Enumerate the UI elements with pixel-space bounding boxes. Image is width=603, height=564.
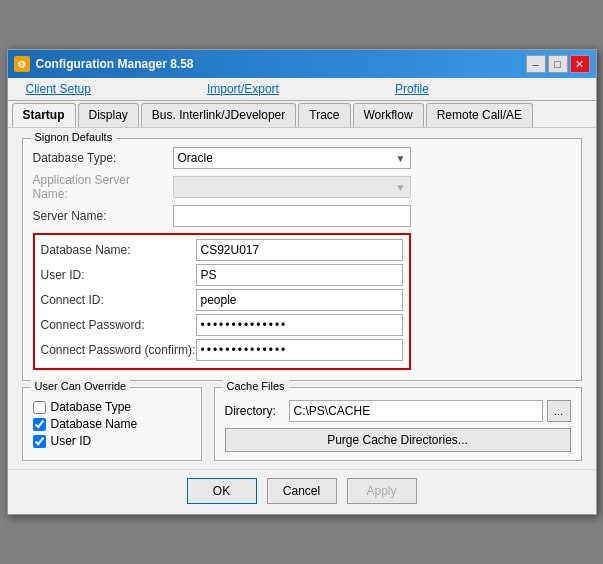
database-type-label: Database Type:	[33, 151, 173, 165]
close-button[interactable]: ✕	[570, 55, 590, 73]
user-id-input[interactable]	[196, 264, 403, 286]
app-server-row: Application Server Name: ▼	[33, 173, 411, 201]
server-name-input[interactable]	[173, 205, 411, 227]
tab-startup[interactable]: Startup	[12, 103, 76, 127]
user-override-title: User Can Override	[31, 380, 131, 392]
server-name-row: Server Name:	[33, 205, 411, 227]
connect-password-confirm-input[interactable]	[196, 339, 403, 361]
connect-password-label: Connect Password:	[41, 318, 196, 332]
override-db-name-checkbox[interactable]	[33, 418, 46, 431]
sub-tabs: Startup Display Bus. Interlink/JDevelope…	[8, 101, 596, 127]
tab-display[interactable]: Display	[78, 103, 139, 127]
database-type-arrow: ▼	[396, 153, 406, 164]
menu-tab-import-export[interactable]: Import/Export	[189, 78, 297, 100]
database-type-row: Database Type: Oracle ▼	[33, 147, 411, 169]
tab-bus-interlink[interactable]: Bus. Interlink/JDeveloper	[141, 103, 296, 127]
cache-files-section: Cache Files Directory: ... Purge Cache D…	[214, 387, 582, 461]
database-name-input[interactable]	[196, 239, 403, 261]
database-name-label: Database Name:	[41, 243, 196, 257]
user-id-label: User ID:	[41, 268, 196, 282]
override-user-id-checkbox[interactable]	[33, 435, 46, 448]
database-name-row: Database Name:	[41, 239, 403, 261]
override-user-id-row: User ID	[33, 434, 191, 448]
connect-password-confirm-row: Connect Password (confirm):	[41, 339, 403, 361]
minimize-button[interactable]: –	[526, 55, 546, 73]
connect-password-input[interactable]	[196, 314, 403, 336]
title-bar-left: ⚙ Configuration Manager 8.58	[14, 56, 194, 72]
user-id-row: User ID:	[41, 264, 403, 286]
connect-id-label: Connect ID:	[41, 293, 196, 307]
user-override-items: Database Type Database Name User ID	[33, 400, 191, 448]
cache-directory-input[interactable]	[289, 400, 543, 422]
tab-trace[interactable]: Trace	[298, 103, 350, 127]
menu-tab-profile[interactable]: Profile	[377, 78, 447, 100]
menu-tab-client-setup[interactable]: Client Setup	[8, 78, 109, 100]
cache-directory-row: Directory: ...	[225, 400, 571, 422]
signon-defaults-title: Signon Defaults	[31, 131, 117, 143]
maximize-button[interactable]: □	[548, 55, 568, 73]
database-type-value: Oracle	[178, 151, 213, 165]
main-content: Numeric keypad - Enter Key tabs to next …	[8, 128, 596, 469]
connect-password-row: Connect Password:	[41, 314, 403, 336]
cancel-button[interactable]: Cancel	[267, 478, 337, 504]
connect-id-input[interactable]	[196, 289, 403, 311]
title-bar: ⚙ Configuration Manager 8.58 – □ ✕	[8, 50, 596, 78]
override-db-type-row: Database Type	[33, 400, 191, 414]
purge-button[interactable]: Purge Cache Directories...	[225, 428, 571, 452]
apply-button[interactable]: Apply	[347, 478, 417, 504]
menu-tabs-outer: Client Setup Import/Export Profile Start…	[8, 78, 596, 128]
override-db-name-label: Database Name	[51, 417, 138, 431]
server-name-label: Server Name:	[33, 209, 173, 223]
app-server-label: Application Server Name:	[33, 173, 173, 201]
tab-workflow[interactable]: Workflow	[353, 103, 424, 127]
highlighted-section: Database Name: User ID: Connect ID: Conn…	[33, 233, 411, 370]
cache-directory-label: Directory:	[225, 404, 285, 418]
connect-id-row: Connect ID:	[41, 289, 403, 311]
override-db-type-label: Database Type	[51, 400, 132, 414]
override-db-type-checkbox[interactable]	[33, 401, 46, 414]
menu-tabs: Client Setup Import/Export Profile	[8, 78, 596, 101]
cache-files-title: Cache Files	[223, 380, 289, 392]
app-server-select: ▼	[173, 176, 411, 198]
browse-button[interactable]: ...	[547, 400, 571, 422]
user-override-section: User Can Override Database Type Database…	[22, 387, 202, 461]
app-server-arrow: ▼	[396, 182, 406, 193]
footer: OK Cancel Apply	[8, 469, 596, 514]
database-type-select[interactable]: Oracle ▼	[173, 147, 411, 169]
signon-defaults-section: Signon Defaults Database Type: Oracle ▼ …	[22, 138, 582, 381]
override-user-id-label: User ID	[51, 434, 92, 448]
tab-remote-call[interactable]: Remote Call/AE	[426, 103, 533, 127]
title-buttons: – □ ✕	[526, 55, 590, 73]
lower-section: User Can Override Database Type Database…	[22, 387, 582, 461]
app-icon: ⚙	[14, 56, 30, 72]
window-title: Configuration Manager 8.58	[36, 57, 194, 71]
override-db-name-row: Database Name	[33, 417, 191, 431]
connect-password-confirm-label: Connect Password (confirm):	[41, 343, 196, 357]
main-window: ⚙ Configuration Manager 8.58 – □ ✕ Clien…	[7, 49, 597, 515]
ok-button[interactable]: OK	[187, 478, 257, 504]
